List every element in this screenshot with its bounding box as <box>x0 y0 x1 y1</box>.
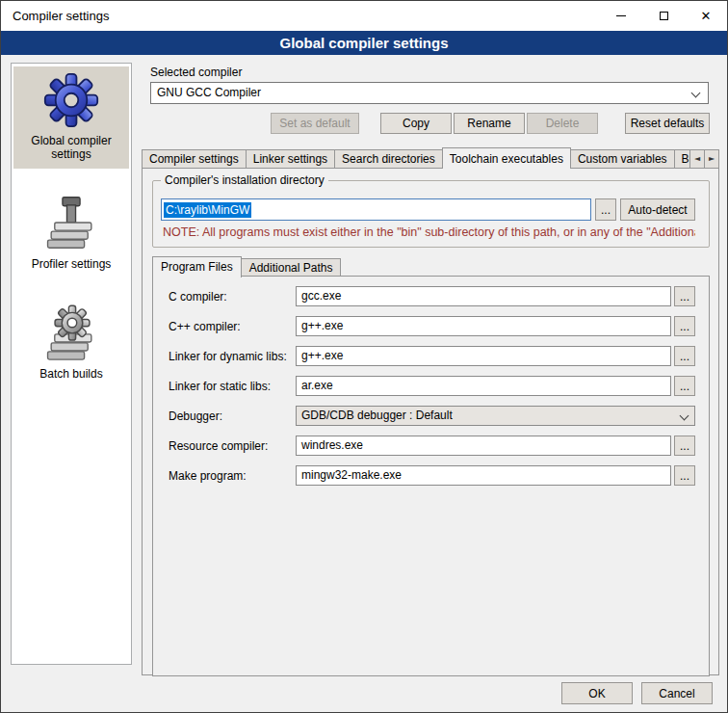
selected-text: C:\raylib\MinGW <box>164 202 251 218</box>
browse-directory-button[interactable]: ... <box>595 198 616 221</box>
tab-linker-settings[interactable]: Linker settings <box>246 149 335 169</box>
cancel-button[interactable]: Cancel <box>641 682 713 704</box>
linker-static-input[interactable]: ar.exe <box>296 376 671 396</box>
linker-dynamic-input[interactable]: g++.exe <box>296 346 671 366</box>
browse-button[interactable]: ... <box>674 376 695 396</box>
tab-scroll-right-button[interactable]: ► <box>704 149 719 169</box>
field-value: g++.exe <box>301 319 343 332</box>
profiler-tool-icon <box>43 194 99 251</box>
set-as-default-button: Set as default <box>271 113 359 134</box>
field-row: C++ compiler: g++.exe ... <box>169 316 695 336</box>
field-row: Resource compiler: windres.exe ... <box>169 436 695 456</box>
field-row: Linker for dynamic libs: g++.exe ... <box>169 346 695 366</box>
copy-button[interactable]: Copy <box>380 113 452 134</box>
selected-compiler-label: Selected compiler <box>150 66 719 79</box>
tab-search-directories[interactable]: Search directories <box>334 149 443 169</box>
sidebar-item-batch-builds[interactable]: Batch builds <box>13 298 129 388</box>
ok-button[interactable]: OK <box>561 682 633 704</box>
field-label: C++ compiler: <box>169 320 296 333</box>
chevron-down-icon <box>680 411 689 421</box>
tab-compiler-settings[interactable]: Compiler settings <box>142 149 247 169</box>
maximize-button[interactable] <box>642 1 685 31</box>
close-button[interactable]: ✕ <box>685 1 727 31</box>
field-row: C compiler: gcc.exe ... <box>169 286 695 306</box>
gear-icon <box>42 72 100 128</box>
field-row: Linker for static libs: ar.exe ... <box>169 376 695 396</box>
toolchain-executables-page: Compiler's installation directory C:\ray… <box>142 168 719 675</box>
field-label: Debugger: <box>169 409 296 423</box>
browse-button[interactable]: ... <box>674 465 695 486</box>
field-label: Resource compiler: <box>169 439 296 453</box>
sidebar-item-global-compiler-settings[interactable]: Global compiler settings <box>13 66 129 169</box>
debugger-select[interactable]: GDB/CDB debugger : Default <box>296 406 695 426</box>
programs-notebook: Program Files Additional Paths C compile… <box>152 255 710 676</box>
sidebar-item-label: Batch builds <box>15 367 127 381</box>
settings-sidebar: Global compiler settings Profiler settin… <box>11 63 132 665</box>
compiler-buttons-row: Set as default Copy Rename Delete Reset … <box>142 113 719 134</box>
selected-compiler-value: GNU GCC Compiler <box>157 86 261 99</box>
sidebar-item-label: Global compiler settings <box>15 134 127 161</box>
resource-compiler-input[interactable]: windres.exe <box>296 436 671 456</box>
note-text: NOTE: All programs must exist either in … <box>163 225 695 239</box>
rename-button[interactable]: Rename <box>454 113 525 134</box>
field-label: Linker for static libs: <box>169 380 296 393</box>
browse-button[interactable]: ... <box>674 436 695 456</box>
field-value: g++.exe <box>301 349 343 362</box>
program-files-panel: C compiler: gcc.exe ... C++ compiler: g+… <box>152 276 710 676</box>
field-value: ar.exe <box>301 379 333 392</box>
installation-directory-input[interactable]: C:\raylib\MinGW <box>161 198 591 221</box>
maximize-icon <box>660 12 668 20</box>
page-title: Global compiler settings <box>1 31 727 55</box>
batch-builds-icon <box>43 304 99 361</box>
cpp-compiler-input[interactable]: g++.exe <box>296 316 671 336</box>
tab-bar: Compiler settings Linker settings Search… <box>142 146 719 169</box>
field-value: GDB/CDB debugger : Default <box>301 409 453 422</box>
browse-button[interactable]: ... <box>674 346 695 366</box>
chevron-down-icon <box>691 89 701 98</box>
window-title: Compiler settings <box>1 9 600 23</box>
tab-toolchain-executables[interactable]: Toolchain executables <box>442 147 571 169</box>
field-row: Debugger: GDB/CDB debugger : Default <box>169 406 695 426</box>
tab-scroll-left-button[interactable]: ◄ <box>689 149 705 169</box>
selected-compiler-select[interactable]: GNU GCC Compiler <box>150 82 709 104</box>
tab-custom-variables[interactable]: Custom variables <box>570 149 675 169</box>
field-label: Make program: <box>169 469 296 483</box>
auto-detect-button[interactable]: Auto-detect <box>620 198 695 221</box>
field-value: gcc.exe <box>301 289 341 303</box>
field-value: windres.exe <box>301 438 363 452</box>
make-program-input[interactable]: mingw32-make.exe <box>296 465 671 486</box>
group-title: Compiler's installation directory <box>161 173 328 187</box>
minimize-button[interactable] <box>600 1 642 31</box>
browse-button[interactable]: ... <box>674 316 695 336</box>
tab-additional-paths[interactable]: Additional Paths <box>241 258 342 277</box>
browse-button[interactable]: ... <box>674 286 695 306</box>
compiler-settings-dialog: Compiler settings ✕ Global compiler sett… <box>0 0 728 713</box>
sidebar-item-profiler-settings[interactable]: Profiler settings <box>13 188 129 278</box>
reset-defaults-button[interactable]: Reset defaults <box>625 113 710 134</box>
minimize-icon <box>616 15 626 16</box>
main-panel: Selected compiler GNU GCC Compiler Set a… <box>142 61 719 675</box>
field-label: C compiler: <box>169 290 296 304</box>
delete-button: Delete <box>527 113 598 134</box>
titlebar[interactable]: Compiler settings ✕ <box>1 1 727 31</box>
sidebar-item-label: Profiler settings <box>15 257 127 271</box>
close-icon: ✕ <box>701 10 712 22</box>
field-value: mingw32-make.exe <box>301 468 402 482</box>
installation-directory-group: Compiler's installation directory C:\ray… <box>152 180 710 248</box>
c-compiler-input[interactable]: gcc.exe <box>296 286 671 306</box>
field-label: Linker for dynamic libs: <box>169 350 296 363</box>
tab-program-files[interactable]: Program Files <box>152 256 242 277</box>
field-row: Make program: mingw32-make.exe ... <box>169 465 695 486</box>
